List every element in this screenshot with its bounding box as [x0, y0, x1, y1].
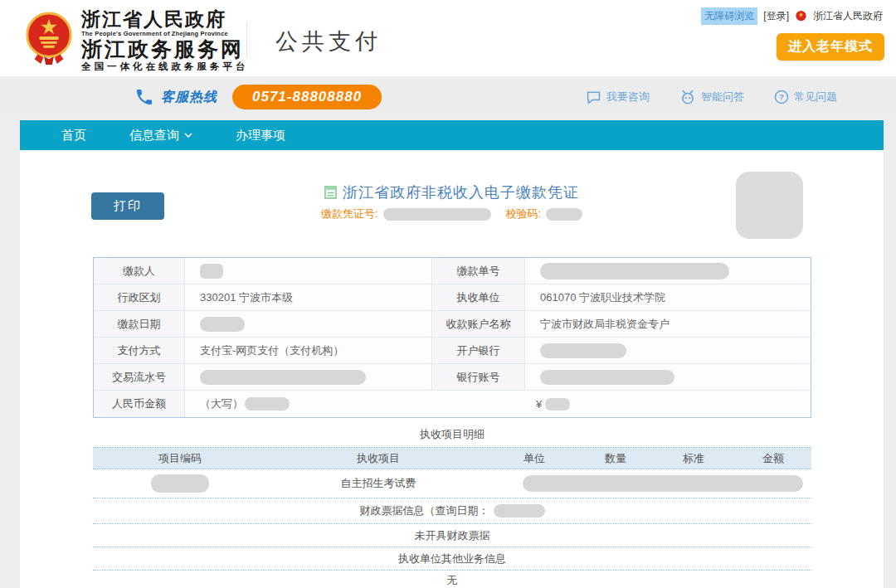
amount-value: （大写） ¥	[185, 391, 811, 417]
header-divider	[246, 22, 247, 58]
consult-link[interactable]: 我要咨询	[586, 90, 650, 104]
other-info-label: 执收单位其他业务信息	[398, 552, 506, 566]
pay-date-value	[185, 311, 432, 338]
bill-no-label: 缴款单号	[432, 258, 525, 284]
redacted-item-code	[151, 474, 209, 493]
topbar: 无障碍浏览 [登录] 浙江省人民政府	[701, 7, 883, 25]
question-icon: ?	[774, 90, 789, 104]
hotline-label: 客服热线	[161, 89, 217, 106]
items-table: 项目编码 执收项目 单位 数量 标准 金额 自主招生考试费 财政票据信息（查询日…	[93, 447, 811, 588]
hotline-bar: 客服热线 0571-88808880 我要咨询 智能问答	[0, 76, 896, 118]
col-unit: 单位	[489, 448, 579, 469]
login-link[interactable]: [登录]	[763, 9, 789, 23]
bank-account-value	[525, 364, 811, 391]
invoice-info-label: 财政票据信息（查询日期：	[360, 503, 489, 518]
payer-value	[185, 258, 432, 284]
site-logo-text: 浙江省人民政府 The People's Government of Zheji…	[81, 10, 249, 73]
items-section-title: 执收项目明细	[93, 427, 811, 442]
smart-qa-link[interactable]: 智能问答	[679, 90, 744, 104]
item-code	[93, 474, 267, 493]
item-name: 自主招生考试费	[267, 476, 489, 491]
redacted-amount	[545, 398, 570, 411]
hotline-number-badge: 0571-88808880	[232, 85, 382, 109]
agency-label: 执收单位	[432, 284, 525, 311]
page: 浙江省人民政府 The People's Government of Zheji…	[0, 0, 896, 588]
invoice-status-row: 未开具财政票据	[93, 524, 811, 547]
col-quantity: 数量	[579, 448, 652, 469]
voucher-panel: 打印 浙江省政府非税收入电子缴款凭证 缴款凭证号: 校验码: 缴款人 缴款单号	[20, 150, 884, 588]
region-value: 330201 宁波市本级	[185, 284, 432, 311]
invoice-status: 未开具财政票据	[415, 528, 490, 543]
voucher-title: 浙江省政府非税收入电子缴款凭证	[343, 182, 579, 202]
redacted-txn-no	[200, 370, 366, 385]
redacted-payer	[200, 264, 223, 279]
site-header: 浙江省人民政府 The People's Government of Zheji…	[0, 0, 896, 76]
nav-info-query[interactable]: 信息查询	[129, 128, 192, 143]
chat-icon	[586, 90, 601, 104]
document-icon	[324, 186, 337, 199]
gov-portal-link[interactable]: 浙江省人民政府	[813, 9, 883, 23]
consult-label: 我要咨询	[606, 90, 650, 104]
portal-tagline: 全国一体化在线政务服务平台	[81, 61, 249, 73]
redacted-query-date	[494, 504, 545, 518]
other-info-value-row: 无	[93, 571, 811, 588]
gov-emblem-icon	[795, 10, 807, 22]
redacted-item-values	[523, 475, 803, 492]
hotline-links: 我要咨询 智能问答 ? 常见问题	[586, 76, 837, 118]
bank-account-label: 银行账号	[432, 364, 525, 391]
item-row: 自主招生考试费	[93, 469, 811, 498]
qr-code-placeholder	[736, 172, 803, 239]
other-info-value: 无	[447, 573, 458, 588]
redacted-check-code	[546, 208, 582, 221]
other-info-label-row: 执收单位其他业务信息	[93, 547, 811, 571]
bank-value	[525, 338, 811, 364]
faq-link[interactable]: ? 常见问题	[774, 90, 837, 104]
txn-no-value	[185, 364, 432, 391]
redacted-bill-no	[540, 263, 729, 279]
phone-icon	[134, 87, 154, 107]
main-nav: 首页 信息查询 办理事项	[20, 120, 884, 150]
voucher-info-table: 缴款人 缴款单号 行政区划 330201 宁波市本级 执收单位 061070 宁…	[93, 257, 811, 418]
payer-label: 缴款人	[94, 258, 185, 284]
chevron-down-icon	[184, 133, 192, 138]
agency-value: 061070 宁波职业技术学院	[525, 284, 811, 311]
pay-method-label: 支付方式	[94, 338, 185, 364]
redacted-pay-date	[200, 317, 245, 332]
check-code-label: 校验码:	[506, 207, 542, 221]
redacted-bank-account	[540, 370, 674, 385]
elder-mode-button[interactable]: 进入老年模式	[777, 33, 884, 61]
col-standard: 标准	[652, 448, 735, 469]
nav-transactions-label: 办理事项	[236, 128, 285, 143]
amount-currency: ¥	[536, 398, 542, 411]
amount-label: 人民币金额	[94, 391, 185, 417]
nav-home-label: 首页	[61, 128, 86, 143]
accessibility-link[interactable]: 无障碍浏览	[701, 7, 757, 25]
nav-home[interactable]: 首页	[61, 128, 86, 143]
txn-no-label: 交易流水号	[94, 364, 185, 391]
robot-icon	[679, 90, 696, 104]
amount-caps-prefix: （大写）	[200, 396, 243, 411]
col-item-code: 项目编码	[93, 448, 267, 469]
faq-label: 常见问题	[794, 90, 837, 104]
bill-no-value	[525, 258, 811, 284]
region-label: 行政区划	[94, 284, 185, 311]
national-emblem-icon	[23, 11, 75, 66]
bank-label: 开户银行	[432, 338, 525, 364]
pay-method-value: 支付宝-网页支付（支付机构）	[185, 338, 432, 364]
page-title: 公共支付	[275, 27, 382, 56]
redacted-voucher-no	[383, 208, 491, 221]
portal-name: 浙江政务服务网	[81, 38, 249, 61]
redacted-amount-caps	[245, 397, 290, 411]
account-name-label: 收款账户名称	[432, 311, 525, 338]
gov-name: 浙江省人民政府	[81, 10, 249, 30]
voucher-no-label: 缴款凭证号:	[321, 207, 378, 221]
col-amount: 金额	[735, 448, 811, 469]
nav-transactions[interactable]: 办理事项	[236, 128, 285, 143]
svg-text:?: ?	[779, 92, 784, 101]
gov-name-en: The People's Government of Zhejiang Prov…	[81, 30, 249, 38]
col-item-name: 执收项目	[267, 448, 489, 469]
items-table-header: 项目编码 执收项目 单位 数量 标准 金额	[93, 447, 811, 469]
nav-info-query-label: 信息查询	[129, 128, 179, 143]
pay-date-label: 缴款日期	[94, 311, 185, 338]
redacted-bank	[540, 343, 626, 358]
